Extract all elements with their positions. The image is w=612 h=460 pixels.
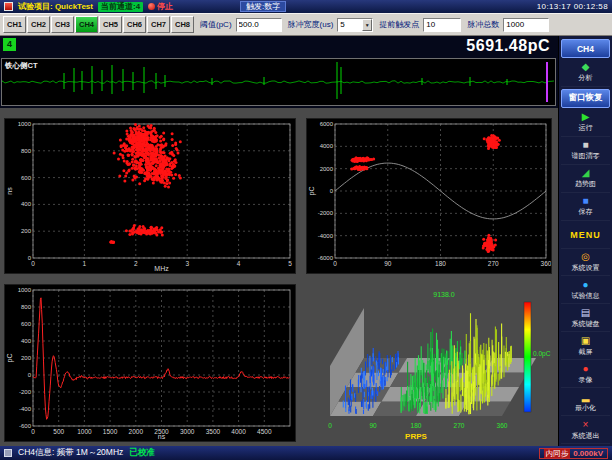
- sidebar-item-label: 最小化: [575, 403, 596, 413]
- info-icon: ●: [582, 280, 588, 290]
- current-channel-chip: 当前通道:4: [98, 2, 143, 12]
- sidebar-item-test-info[interactable]: ●试验信息: [561, 277, 610, 304]
- svg-text:270: 270: [488, 260, 499, 267]
- clear-icon: ■: [582, 140, 588, 150]
- pretrigger-label: 提前触发点: [379, 19, 419, 30]
- svg-text:-6000: -6000: [318, 255, 334, 261]
- svg-text:90: 90: [369, 422, 377, 429]
- pulse-total-input[interactable]: [503, 18, 549, 32]
- svg-text:-4000: -4000: [318, 233, 334, 239]
- sidebar-item-label: 系统键盘: [572, 319, 600, 329]
- pulse-waveform-panel: 050010001500200025003000350040004500-600…: [4, 284, 296, 442]
- svg-text:3500: 3500: [206, 428, 221, 435]
- sidebar-item-label: 分析: [579, 73, 593, 83]
- camera-icon: ▣: [581, 336, 590, 346]
- sidebar-item-label: 保存: [579, 207, 593, 217]
- svg-text:400: 400: [21, 338, 32, 344]
- sidebar-item-system-settings[interactable]: ◎系统设置: [561, 250, 610, 277]
- trigger-mode-chip[interactable]: 触发:数字: [240, 1, 286, 12]
- pulse-waveform-chart: 050010001500200025003000350040004500-600…: [5, 285, 295, 441]
- project-label: 试验项目: QuickTest: [18, 1, 93, 12]
- channel-ch1-button[interactable]: CH1: [3, 16, 26, 33]
- svg-text:360: 360: [541, 260, 551, 267]
- svg-text:9138.0: 9138.0: [433, 291, 455, 298]
- sidebar-item-label: 运行: [579, 123, 593, 133]
- svg-text:800: 800: [21, 148, 32, 154]
- svg-text:3000: 3000: [180, 428, 195, 435]
- svg-text:1500: 1500: [103, 428, 118, 435]
- charts-area: 01234502004006008001000MHzns 09018027036…: [0, 108, 558, 446]
- svg-text:MHz: MHz: [154, 265, 169, 272]
- minimize-icon: ▂: [582, 392, 590, 402]
- sidebar-item-spectrum-clear[interactable]: ■谱图清零: [561, 138, 610, 165]
- tf-map-panel: 01234502004006008001000MHzns: [4, 118, 296, 274]
- svg-text:pC: pC: [6, 354, 14, 363]
- channel-ch5-button[interactable]: CH5: [99, 16, 122, 33]
- svg-text:800: 800: [21, 304, 32, 310]
- svg-text:1000: 1000: [18, 121, 32, 127]
- measurement-area: 4 5691.48pC 铁心侧CT: [0, 36, 558, 108]
- title-bar: 试验项目: QuickTest 当前通道:4 停止 触发:数字 10:13:17…: [0, 0, 612, 13]
- calibration-status: 已校准: [129, 447, 155, 459]
- sidebar-item-analysis[interactable]: ◆分析: [561, 60, 610, 87]
- save-icon: ■: [582, 196, 588, 206]
- threshold-label: 阈值(pC): [200, 19, 232, 30]
- pulse-total-label: 脉冲总数: [467, 19, 499, 30]
- sidebar-item-screenshot[interactable]: ▣截屏: [561, 333, 610, 360]
- exit-icon: ×: [583, 420, 589, 430]
- prpd-chart: 090180270360-6000-4000-20000200040006000…: [307, 119, 551, 273]
- sidebar-item-exit[interactable]: ×系统退出: [561, 417, 610, 444]
- sync-value: 0.000kV: [573, 449, 603, 458]
- stop-icon: [148, 3, 155, 10]
- svg-text:0: 0: [31, 260, 35, 267]
- channel-badge: 4: [3, 38, 16, 51]
- channel-ch7-button[interactable]: CH7: [147, 16, 170, 33]
- svg-text:-400: -400: [19, 406, 32, 412]
- pd-analyzer-window: 试验项目: QuickTest 当前通道:4 停止 触发:数字 10:13:17…: [0, 0, 612, 460]
- svg-text:PRPS: PRPS: [405, 432, 427, 441]
- svg-text:200: 200: [21, 228, 32, 234]
- sidebar-item-system-keyboard[interactable]: ▤系统键盘: [561, 305, 610, 332]
- svg-text:0.0pC: 0.0pC: [533, 350, 551, 358]
- sidebar-item-menu[interactable]: MENU: [561, 222, 610, 249]
- threshold-input[interactable]: [236, 18, 282, 32]
- svg-text:-600: -600: [19, 423, 32, 429]
- sidebar-item-label: 系统退出: [572, 431, 600, 441]
- pulse-width-label: 脉冲宽度(us): [288, 19, 334, 30]
- channel-ch2-button[interactable]: CH2: [27, 16, 50, 33]
- svg-text:1000: 1000: [77, 428, 92, 435]
- svg-text:5: 5: [288, 260, 292, 267]
- sidebar-item-label: 截屏: [579, 347, 593, 357]
- svg-text:4500: 4500: [257, 428, 272, 435]
- sidebar-item-run[interactable]: ▶运行: [561, 110, 610, 137]
- stop-label: 停止: [157, 1, 173, 12]
- scope-label: 铁心侧CT: [5, 61, 38, 71]
- scope-waveform: [2, 59, 555, 105]
- sidebar-item-minimize[interactable]: ▂最小化: [561, 389, 610, 416]
- app-icon: [4, 2, 13, 11]
- sync-label: 内同步: [544, 449, 571, 458]
- svg-text:1000: 1000: [18, 287, 32, 293]
- pulse-width-select[interactable]: 5 ▼: [337, 18, 373, 32]
- channel-ch4-button[interactable]: CH4: [75, 16, 98, 33]
- svg-text:-2000: -2000: [318, 210, 334, 216]
- svg-text:4000: 4000: [320, 143, 334, 149]
- sidebar: CH4◆分析窗口恢复▶运行■谱图清零◢趋势图■保存MENU◎系统设置●试验信息▤…: [558, 36, 612, 446]
- sidebar-item-record[interactable]: ●录像: [561, 361, 610, 388]
- channel-ch6-button[interactable]: CH6: [123, 16, 146, 33]
- stop-button[interactable]: 停止: [148, 1, 173, 12]
- sidebar-item-window-restore[interactable]: 窗口恢复: [561, 89, 610, 108]
- trend-icon: ◢: [582, 168, 590, 178]
- status-bar: CH4信息: 频带 1M～20MHz 已校准 内同步 0.000kV: [0, 446, 612, 460]
- svg-text:200: 200: [21, 355, 32, 361]
- pretrigger-input[interactable]: [423, 18, 461, 32]
- svg-text:0: 0: [328, 422, 332, 429]
- channel-ch8-button[interactable]: CH8: [171, 16, 194, 33]
- svg-text:180: 180: [435, 260, 446, 267]
- analysis-icon: ◆: [582, 62, 590, 72]
- svg-text:2: 2: [134, 260, 138, 267]
- sidebar-item-trend[interactable]: ◢趋势图: [561, 166, 610, 193]
- channel-ch3-button[interactable]: CH3: [51, 16, 74, 33]
- sidebar-item-save[interactable]: ■保存: [561, 194, 610, 221]
- sidebar-item-ch4[interactable]: CH4: [561, 39, 610, 58]
